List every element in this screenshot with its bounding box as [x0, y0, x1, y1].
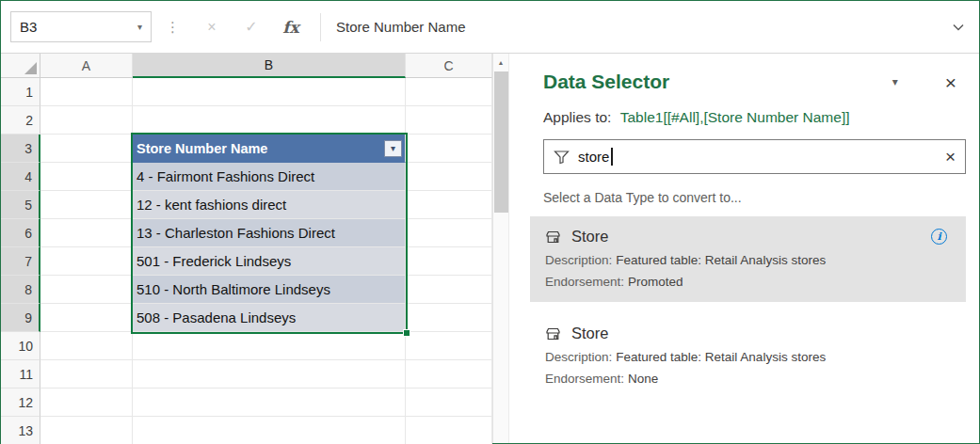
cell-a8[interactable]	[40, 276, 133, 304]
result-description: Description:Featured table: Retail Analy…	[545, 253, 951, 267]
cell-a10[interactable]	[40, 332, 133, 360]
table-header-text: Store Number Name	[137, 141, 267, 156]
drag-handle-icon: ⋮	[166, 19, 180, 36]
cell-c3[interactable]	[406, 135, 492, 163]
cell-c5[interactable]	[406, 191, 492, 219]
data-type-result-store-none[interactable]: Store Description:Featured table: Retail…	[530, 313, 966, 399]
row-header-5[interactable]: 5	[1, 191, 40, 219]
result-name: Store	[571, 325, 608, 342]
formula-bar-expand-icon[interactable]	[945, 24, 970, 31]
table-header-cell[interactable]: Store Number Name ▾	[133, 135, 406, 163]
search-box[interactable]: store ×	[543, 139, 966, 174]
clear-search-icon[interactable]: ×	[945, 148, 956, 166]
result-endorsement: Endorsement:Promoted	[545, 275, 951, 289]
applies-to-row: Applies to: Table1[[#All],[Store Number …	[543, 109, 966, 126]
cancel-icon[interactable]: ×	[192, 19, 232, 36]
cell-c1[interactable]	[406, 78, 492, 106]
column-header-c[interactable]: C	[406, 54, 492, 78]
endorsement-value: Promoted	[628, 275, 683, 289]
formula-input[interactable]: Store Number Name	[332, 19, 945, 35]
formula-bar-row: B3 ▾ ⋮ × ✓ fx Store Number Name	[1, 1, 979, 54]
row-header-7[interactable]: 7	[1, 247, 40, 276]
cell-b11[interactable]	[133, 360, 406, 388]
cell-b2[interactable]	[133, 106, 406, 135]
cell-c10[interactable]	[406, 332, 492, 360]
cell-c12[interactable]	[406, 388, 492, 417]
cell-b12[interactable]	[133, 388, 406, 417]
row-header-12[interactable]: 12	[1, 388, 40, 417]
row-header-11[interactable]: 11	[1, 360, 40, 388]
cell-a12[interactable]	[40, 388, 133, 417]
table-cell[interactable]: 13 - Charleston Fashions Direct	[133, 219, 406, 247]
cell-c13[interactable]	[406, 417, 492, 444]
cell-a6[interactable]	[40, 219, 133, 247]
name-box[interactable]: B3 ▾	[10, 11, 152, 42]
cell-c9[interactable]	[406, 304, 492, 332]
cell-a13[interactable]	[40, 417, 133, 444]
section-label: Select a Data Type to convert to...	[543, 190, 966, 205]
scrollbar-thumb[interactable]	[494, 71, 508, 213]
cell-c4[interactable]	[406, 163, 492, 191]
cell-c6[interactable]	[406, 219, 492, 247]
store-icon	[545, 230, 561, 245]
cell-c2[interactable]	[406, 106, 492, 135]
row-header-4[interactable]: 4	[1, 163, 40, 191]
pane-title: Data Selector	[543, 71, 669, 93]
insert-function-icon[interactable]: fx	[271, 18, 311, 37]
cell-b1[interactable]	[133, 78, 406, 106]
data-type-result-store-promoted[interactable]: Store i Description:Featured table: Reta…	[530, 216, 966, 302]
enter-icon[interactable]: ✓	[232, 18, 271, 36]
cell-a1[interactable]	[40, 78, 133, 106]
vertical-scrollbar[interactable]: ▲	[492, 54, 508, 443]
applies-to-label: Applies to:	[543, 109, 611, 125]
filter-dropdown-icon: ▾	[391, 143, 395, 153]
column-header-b[interactable]: B	[133, 54, 406, 78]
result-name: Store	[571, 228, 608, 246]
close-icon[interactable]: ×	[945, 72, 956, 92]
result-endorsement: Endorsement:None	[545, 372, 951, 386]
cell-c8[interactable]	[406, 276, 492, 304]
table-cell[interactable]: 4 - Fairmont Fashions Direct	[133, 163, 406, 191]
column-header-a[interactable]: A	[40, 54, 133, 78]
pane-options-chevron-icon[interactable]: ▾	[892, 75, 898, 88]
select-all-button[interactable]	[1, 54, 40, 78]
scroll-up-icon[interactable]: ▲	[493, 54, 508, 71]
row-header-9[interactable]: 9	[1, 304, 40, 332]
row-header-2[interactable]: 2	[1, 106, 40, 135]
endorsement-label: Endorsement:	[545, 275, 624, 289]
cell-a7[interactable]	[40, 247, 133, 276]
row-header-10[interactable]: 10	[1, 332, 40, 360]
result-header: Store i	[545, 228, 951, 246]
namebox-dropdown-icon[interactable]: ▾	[137, 22, 142, 32]
row-header-3[interactable]: 3	[1, 135, 40, 163]
info-icon[interactable]: i	[931, 229, 947, 245]
cell-a5[interactable]	[40, 191, 133, 219]
table-cell[interactable]: 510 - North Baltimore Lindseys	[133, 276, 406, 304]
table-cell[interactable]: 508 - Pasadena Lindseys	[133, 304, 406, 332]
cell-b13[interactable]	[133, 417, 406, 444]
cell-a2[interactable]	[40, 106, 133, 135]
column-filter-button[interactable]: ▾	[384, 140, 402, 157]
text-cursor	[611, 148, 613, 166]
endorsement-value: None	[628, 372, 658, 386]
cell-c7[interactable]	[406, 247, 492, 276]
row-header-6[interactable]: 6	[1, 219, 40, 247]
result-header: Store	[545, 325, 951, 342]
spreadsheet-grid: A B C 1 2 3 Store Number Name ▾ 4 4 - Fa…	[1, 54, 492, 444]
row-header-8[interactable]: 8	[1, 276, 40, 304]
table-cell[interactable]: 12 - kent fashions direct	[133, 191, 406, 219]
cell-c11[interactable]	[406, 360, 492, 388]
pane-header: Data Selector ▾ ×	[543, 71, 966, 93]
cell-a3[interactable]	[40, 135, 133, 163]
search-input[interactable]: store	[578, 149, 609, 165]
table-cell[interactable]: 501 - Frederick Lindseys	[133, 247, 406, 276]
cell-a4[interactable]	[40, 163, 133, 191]
cell-a11[interactable]	[40, 360, 133, 388]
info-glyph: i	[937, 230, 940, 243]
cell-b10[interactable]	[133, 332, 406, 360]
row-header-1[interactable]: 1	[1, 78, 40, 106]
row-header-13[interactable]: 13	[1, 417, 40, 444]
cell-a9[interactable]	[40, 304, 133, 332]
description-label: Description:	[545, 350, 612, 364]
applies-to-link[interactable]: Table1[[#All],[Store Number Name]]	[620, 109, 850, 125]
